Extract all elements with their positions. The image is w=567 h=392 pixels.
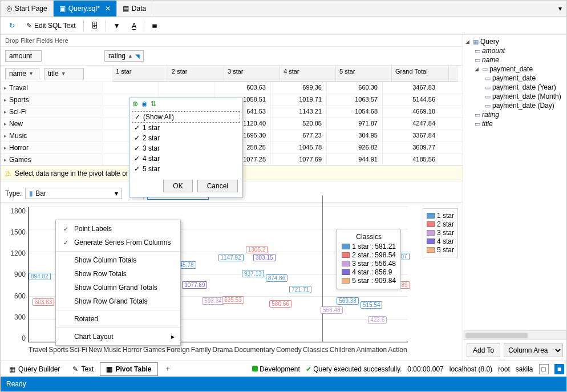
expand-icon[interactable]: ▸ [4, 85, 7, 91]
data-cell[interactable]: 1054.68 [327, 106, 383, 118]
col-header[interactable]: 3 star [224, 66, 280, 81]
tab-start-page[interactable]: ◎ Start Page [1, 1, 54, 17]
layout-toggle-light[interactable]: □ [539, 364, 549, 374]
menu-show-col-grand-totals[interactable]: Show Column Grand Totals [56, 281, 180, 294]
grand-total-cell[interactable]: 4669.18 [383, 106, 440, 118]
data-cell[interactable]: 926.82 [327, 142, 383, 153]
grand-total-cell[interactable]: 4185.56 [383, 154, 440, 165]
database-button[interactable]: 🗄 [87, 19, 102, 32]
filter-item-all[interactable]: ✓(Show All) [132, 111, 240, 123]
field-tree[interactable]: ◢▦Query ▭amount ▭name ◢▭payment_date ▭pa… [463, 35, 566, 330]
chart-type-select[interactable]: ▮ Bar ▾ [25, 188, 122, 199]
row-field-name[interactable]: name▼ [5, 68, 39, 79]
menu-show-row-totals[interactable]: Show Row Totals [56, 267, 180, 281]
data-cell[interactable]: 1143.21 [271, 106, 327, 118]
tab-text[interactable]: ✎Text [66, 362, 100, 376]
menu-show-row-grand-totals[interactable]: Show Row Grand Totals [56, 294, 180, 308]
col-header[interactable]: 1 star [112, 66, 168, 81]
filter-item[interactable]: ✓5 star [132, 164, 240, 174]
filter-radio-icon[interactable]: ◉ [141, 100, 147, 108]
tree-item[interactable]: payment_date (Year) [492, 83, 556, 91]
tab-query-builder[interactable]: ▦Query Builder [3, 362, 66, 376]
chart-area[interactable]: 1800150012009006003000 894.82603.63558.2… [1, 203, 463, 361]
column-field-rating[interactable]: rating ▲ ◥ [104, 50, 144, 62]
add-tab-button[interactable]: ＋ [158, 361, 177, 377]
expand-icon[interactable]: ▸ [4, 121, 7, 127]
data-field-amount[interactable]: amount [5, 50, 42, 62]
filter-item[interactable]: ✓1 star [132, 123, 240, 133]
expand-icon[interactable]: ▸ [4, 145, 7, 151]
filter-item[interactable]: ✓2 star [132, 133, 240, 143]
data-cell[interactable] [159, 82, 215, 94]
data-cell[interactable]: 1045.78 [271, 142, 327, 153]
menu-point-labels[interactable]: ✓Point Labels [56, 222, 180, 236]
tree-h-scrollbar[interactable] [463, 330, 566, 340]
table-row[interactable]: ▸Travel603.63699.36660.303467.83 [1, 82, 463, 94]
data-cell[interactable]: 1019.71 [271, 94, 327, 106]
tree-item[interactable]: payment_date [489, 65, 533, 73]
data-cell[interactable]: 944.91 [327, 154, 383, 165]
x-category-label: Documentary [234, 346, 275, 354]
collapse-icon[interactable]: ◢ [475, 66, 480, 72]
grand-total-cell[interactable]: 4247.84 [383, 118, 440, 130]
expand-icon[interactable]: ▸ [4, 97, 7, 103]
data-cell[interactable]: 699.36 [271, 82, 327, 94]
row-field-title[interactable]: title▼ [44, 68, 84, 79]
data-cell[interactable]: 677.23 [271, 130, 327, 142]
data-cell[interactable]: 603.63 [215, 82, 271, 94]
tab-pivot-table[interactable]: ▦Pivot Table [100, 362, 157, 376]
data-cell[interactable] [103, 82, 159, 94]
col-header-grand-total[interactable]: Grand Total [392, 66, 449, 81]
data-cell[interactable]: 520.85 [271, 118, 327, 130]
cancel-button[interactable]: Cancel [197, 180, 238, 192]
tree-item[interactable]: name [482, 56, 499, 64]
plus-icon: ＋ [164, 364, 171, 374]
menu-generate-series[interactable]: ✓Generate Series From Columns [56, 236, 180, 249]
expand-icon[interactable]: ▸ [4, 157, 7, 163]
filter-sort-icon[interactable]: ⇅ [151, 100, 156, 108]
layout-toggle-dark[interactable]: ■ [554, 364, 564, 374]
tree-item[interactable]: payment_date [492, 74, 536, 82]
layout-button[interactable]: ≣ [148, 19, 161, 32]
tab-query-sql[interactable]: ▣ Query.sql* ✕ [54, 1, 117, 17]
filter-item[interactable]: ✓4 star [132, 153, 240, 164]
data-cell[interactable]: 971.87 [327, 118, 383, 130]
filter-button[interactable]: ▼ [110, 19, 124, 32]
col-header[interactable]: 5 star [336, 66, 392, 81]
format-button[interactable]: A̲ [128, 19, 140, 32]
rating-filter-popup: ⊕ ◉ ⇅ ✓(Show All) ✓1 star ✓2 star ✓3 sta… [129, 98, 243, 197]
filter-drop-zone[interactable]: Drop Filter Fields Here [1, 35, 463, 47]
menu-show-column-totals[interactable]: Show Column Totals [56, 253, 180, 267]
tab-data[interactable]: ▤ Data [117, 1, 152, 17]
menu-rotated[interactable]: Rotated [56, 312, 180, 326]
edit-sql-button[interactable]: ✎Edit SQL Text [22, 19, 80, 32]
data-cell[interactable]: 304.95 [327, 130, 383, 142]
close-icon[interactable]: ✕ [105, 5, 111, 13]
tree-item[interactable]: title [482, 120, 493, 128]
tabbar-dropdown[interactable]: ▾ [558, 5, 566, 13]
refresh-button[interactable]: ↻ [5, 19, 19, 32]
expand-icon[interactable]: ▸ [4, 133, 7, 139]
filter-add-icon[interactable]: ⊕ [132, 100, 138, 108]
add-to-area-select[interactable]: Column Area [504, 343, 563, 357]
data-cell[interactable]: 660.30 [327, 82, 383, 94]
collapse-icon[interactable]: ◢ [465, 39, 471, 45]
tree-item[interactable]: amount [482, 47, 505, 55]
pivot-icon: ▦ [106, 365, 112, 373]
col-header[interactable]: 2 star [168, 66, 224, 81]
tree-item[interactable]: rating [482, 111, 499, 119]
data-cell[interactable]: 1063.57 [327, 94, 383, 106]
tree-item[interactable]: payment_date (Day) [492, 102, 554, 110]
grand-total-cell[interactable]: 3609.77 [383, 142, 440, 153]
add-to-button[interactable]: Add To [467, 343, 500, 357]
grand-total-cell[interactable]: 5144.56 [383, 94, 440, 106]
tree-item[interactable]: payment_date (Month) [492, 92, 561, 100]
data-cell[interactable]: 1077.69 [271, 154, 327, 165]
ok-button[interactable]: OK [163, 180, 192, 192]
expand-icon[interactable]: ▸ [4, 109, 7, 115]
col-header[interactable]: 4 star [280, 66, 336, 81]
grand-total-cell[interactable]: 3467.83 [383, 82, 440, 94]
menu-chart-layout[interactable]: Chart Layout▸ [56, 330, 180, 343]
grand-total-cell[interactable]: 3367.84 [383, 130, 440, 142]
filter-item[interactable]: ✓3 star [132, 143, 240, 153]
